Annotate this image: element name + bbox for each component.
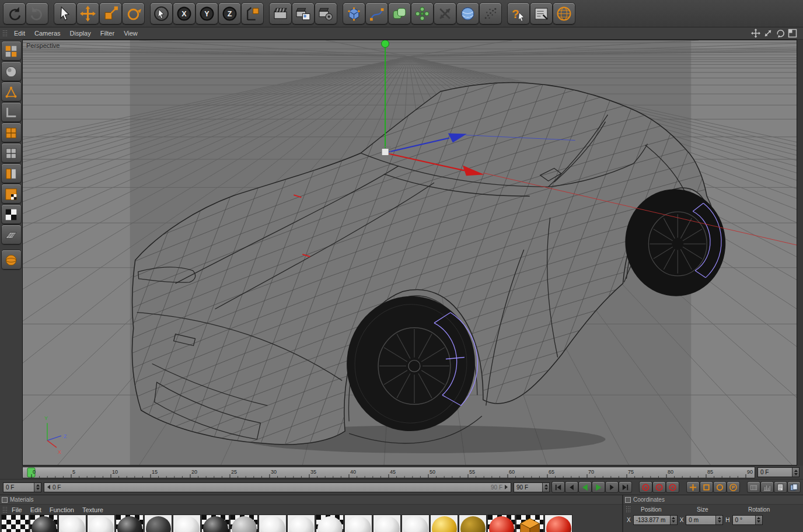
material-thumbnail-20[interactable] — [544, 514, 572, 532]
texture-axis-mode-button[interactable] — [2, 164, 21, 183]
material-thumbnail-14[interactable] — [373, 514, 401, 532]
goto-start-button[interactable] — [552, 482, 564, 492]
material-thumbnail-15[interactable] — [402, 514, 430, 532]
axis-origin-handle[interactable] — [382, 148, 389, 155]
timeline-ruler[interactable]: 051015202530354045505560657075808590 — [22, 467, 755, 478]
material-thumbnail-19[interactable] — [516, 514, 544, 532]
timeline-frame-stepper[interactable] — [792, 468, 799, 477]
material-thumbnail-7[interactable] — [173, 514, 201, 532]
viewport-pan-button[interactable] — [751, 29, 760, 38]
add-hypernurbs-button[interactable] — [389, 3, 410, 24]
lock-z-axis-button[interactable]: Z — [219, 3, 240, 24]
timeline-scrubber[interactable]: 0 F 90 F — [44, 482, 511, 492]
menu-view[interactable]: View — [119, 30, 142, 37]
current-frame-field[interactable]: 0 F — [3, 482, 41, 492]
record-scale-toggle[interactable] — [700, 482, 713, 492]
menu-drag-handle[interactable] — [2, 30, 7, 37]
perspective-viewport[interactable]: Perspective — [22, 40, 797, 466]
record-rotation-toggle[interactable] — [714, 482, 726, 492]
play-forwards-button[interactable] — [592, 482, 605, 492]
position-x-field[interactable]: -133.877 m — [633, 515, 678, 525]
edges-mode-button[interactable] — [2, 103, 21, 122]
timeline-options-button[interactable] — [761, 482, 773, 492]
render-settings-button[interactable] — [315, 3, 337, 24]
redo-button[interactable] — [26, 3, 48, 24]
coordinate-system-button[interactable] — [242, 3, 263, 24]
current-frame-stepper[interactable] — [34, 483, 41, 492]
material-thumbnail-2[interactable] — [30, 514, 58, 532]
content-browser-button[interactable] — [788, 482, 800, 492]
move-tool-button[interactable] — [77, 3, 99, 24]
lock-x-axis-button[interactable]: X — [173, 3, 195, 24]
material-thumbnail-8[interactable] — [201, 514, 229, 532]
render-view-button[interactable] — [270, 3, 291, 24]
menu-display[interactable]: Display — [65, 30, 96, 37]
model-mode-button[interactable] — [2, 62, 21, 81]
viewport-label[interactable]: Perspective — [26, 42, 60, 49]
make-editable-button[interactable] — [2, 41, 21, 61]
scale-tool-button[interactable] — [100, 3, 121, 24]
polygons-mode-button[interactable] — [2, 123, 21, 142]
selection-filter-button[interactable] — [151, 3, 172, 24]
menu-filter[interactable]: Filter — [96, 30, 119, 37]
materials-menu-edit[interactable]: Edit — [28, 506, 47, 513]
material-thumbnail-11[interactable] — [287, 514, 315, 532]
position-x-stepper[interactable] — [670, 516, 677, 524]
panel-window-icon[interactable] — [2, 497, 8, 503]
viewport-zoom-button[interactable] — [763, 29, 773, 38]
material-thumbnail-16[interactable] — [430, 514, 458, 532]
rotate-tool-button[interactable] — [123, 3, 144, 24]
record-keyframe-button[interactable] — [640, 482, 652, 492]
material-thumbnail-6[interactable] — [144, 514, 172, 532]
next-frame-button[interactable] — [606, 482, 618, 492]
help-button[interactable]: ? — [508, 3, 529, 24]
material-thumbnail-3[interactable] — [58, 514, 86, 532]
material-thumbnail-12[interactable] — [316, 514, 344, 532]
materials-menu-texture[interactable]: Texture — [80, 506, 109, 513]
size-x-field[interactable]: 0 m — [686, 515, 723, 525]
goto-end-button[interactable] — [619, 482, 631, 492]
layer-manager-button[interactable] — [774, 482, 787, 492]
add-deformer-button[interactable] — [434, 3, 456, 24]
workplane-mode-button[interactable] — [2, 225, 21, 244]
material-thumbnail-10[interactable] — [259, 514, 287, 532]
timeline-frame-field[interactable]: 0 F — [757, 467, 799, 477]
viewport-rotate-button[interactable] — [776, 29, 785, 38]
render-picture-viewer-button[interactable] — [292, 3, 314, 24]
add-particles-button[interactable] — [480, 3, 501, 24]
materials-menu-function[interactable]: Function — [47, 506, 80, 513]
autokeying-button[interactable] — [653, 482, 665, 492]
viewport-toggle-button[interactable] — [788, 29, 797, 38]
lock-y-axis-button[interactable]: Y — [196, 3, 218, 24]
snap-mode-button[interactable] — [2, 205, 21, 224]
play-backwards-button[interactable] — [579, 482, 591, 492]
uv-mode-button[interactable] — [2, 144, 21, 163]
object-mode-button[interactable] — [2, 250, 21, 270]
menu-cameras[interactable]: Cameras — [30, 30, 65, 37]
add-spline-button[interactable] — [366, 3, 387, 24]
previous-frame-button[interactable] — [565, 482, 578, 492]
materials-drag-handle[interactable] — [2, 506, 7, 513]
heads-up-display-button[interactable] — [530, 3, 552, 24]
add-environment-button[interactable] — [457, 3, 479, 24]
material-thumbnail-18[interactable] — [487, 514, 515, 532]
panel-window-icon[interactable] — [625, 497, 631, 503]
record-pla-toggle[interactable] — [748, 482, 760, 492]
online-help-button[interactable] — [553, 3, 575, 24]
points-mode-button[interactable] — [2, 82, 21, 102]
undo-button[interactable] — [4, 3, 25, 24]
coordinates-drag-handle[interactable] — [626, 506, 630, 513]
y-axis-handle[interactable] — [382, 40, 389, 47]
material-thumbnail-5[interactable] — [116, 514, 144, 532]
materials-menu-file[interactable]: File — [9, 506, 28, 513]
keyframe-selection-button[interactable] — [666, 482, 679, 492]
material-thumbnail-1[interactable] — [1, 514, 29, 532]
end-frame-stepper[interactable] — [542, 483, 549, 492]
viewport-canvas[interactable]: Y Z X — [23, 40, 797, 465]
size-x-stepper[interactable] — [715, 516, 722, 524]
record-parameter-toggle[interactable]: P — [727, 482, 739, 492]
record-position-toggle[interactable] — [687, 482, 699, 492]
rotation-h-field[interactable]: 0 ° — [732, 515, 763, 525]
material-thumbnail-17[interactable] — [459, 514, 487, 532]
material-thumbnail-13[interactable] — [344, 514, 372, 532]
